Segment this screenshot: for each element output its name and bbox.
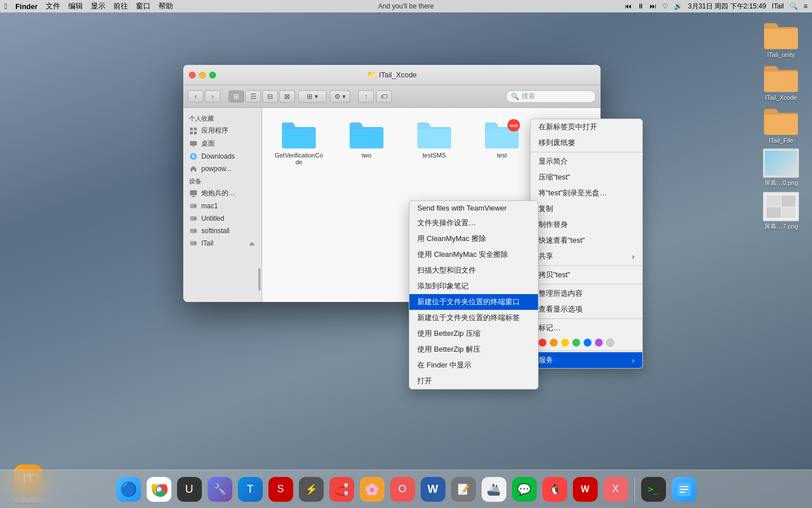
search-bar[interactable]: 🔍 搜索 <box>506 90 596 103</box>
dock-item-9[interactable]: 🌸 <box>358 477 386 502</box>
minimize-button[interactable] <box>199 72 206 78</box>
dock-item-12[interactable]: 📝 <box>449 477 478 502</box>
ctx-new-terminal-folder[interactable]: 新建位于文件夹位置的终端窗口 <box>409 294 538 310</box>
arrange-button[interactable]: ⊞ ▾ <box>298 90 326 103</box>
ctx-scan-large[interactable]: 扫描大型和旧文件 <box>409 262 538 278</box>
dock-item-office[interactable]: O <box>389 477 417 502</box>
dock-item-finder[interactable]: 🔵 <box>114 477 143 502</box>
folder-getverification[interactable]: GetVerificationCode <box>273 119 324 165</box>
dock-item-5[interactable]: T <box>236 477 264 502</box>
color-gray[interactable] <box>606 339 614 347</box>
forward-button[interactable]: › <box>205 90 220 103</box>
color-blue[interactable] <box>584 339 592 347</box>
dock-item-13[interactable]: 🚢 <box>480 477 508 502</box>
menubar-pause[interactable]: ⏸ <box>637 2 644 10</box>
ctx-folder-ops[interactable]: 文件夹操作设置… <box>409 215 538 231</box>
ctx-move-trash[interactable]: 移到废纸篓 <box>531 135 642 151</box>
dock-item-6[interactable]: S <box>267 477 295 502</box>
menubar-skip-fwd[interactable]: ⏭ <box>650 2 656 10</box>
menubar-heart[interactable]: ♡ <box>662 2 668 10</box>
ctx-show-in-finder[interactable]: 在 Finder 中显示 <box>409 357 538 373</box>
window-menu[interactable]: 窗口 <box>136 1 151 11</box>
sidebar-item-untitled[interactable]: Untitled <box>183 212 262 225</box>
go-menu[interactable]: 前往 <box>113 1 128 11</box>
sidebar-item-desktop[interactable]: 桌面 <box>183 137 262 150</box>
dock-item-wechat[interactable]: 💬 <box>510 477 539 502</box>
color-yellow[interactable] <box>561 339 569 347</box>
edit-menu[interactable]: 编辑 <box>68 1 83 11</box>
ctx-copy[interactable]: 复制 <box>531 201 642 217</box>
view-menu[interactable]: 显示 <box>91 1 105 11</box>
ctx-send-teamviewer[interactable]: Send files with TeamViewer <box>409 201 538 215</box>
desktop-icon-itail-unity[interactable]: ITail_unity <box>756 20 806 58</box>
ctx-new-tab-folder[interactable]: 新建位于文件夹位置的终端标签 <box>409 310 538 326</box>
color-red[interactable] <box>539 339 546 347</box>
color-green[interactable] <box>572 339 580 347</box>
ctx-organize[interactable]: 整理所选内容 <box>531 286 642 301</box>
ctx-quick-look[interactable]: 快速查看"test" <box>531 233 642 248</box>
sidebar-item-powpow[interactable]: powpow... <box>183 163 262 175</box>
sidebar-item-downloads[interactable]: Downloads <box>183 150 262 163</box>
dock-item-wps[interactable]: W <box>571 477 599 502</box>
folder-testsms[interactable]: testSMS <box>409 119 460 159</box>
ctx-cleanmymac-safe[interactable]: 使用 CleanMyMac 安全擦除 <box>409 247 538 262</box>
sidebar-item-applications[interactable]: 应用程序 <box>183 124 262 137</box>
sidebar-item-itail[interactable]: ITail ⏏ <box>183 237 262 249</box>
dock-item-chrome[interactable] <box>145 477 173 502</box>
apple-menu[interactable]:  <box>5 2 7 11</box>
ctx-make-alias[interactable]: 制作替身 <box>531 217 642 233</box>
dock-item-unity[interactable]: U <box>175 477 204 502</box>
dock-item-4[interactable]: 🔧 <box>206 477 234 502</box>
ctx-show-intro[interactable]: 显示简介 <box>531 154 642 169</box>
ctx-open[interactable]: 打开 <box>409 373 538 389</box>
file-menu[interactable]: 文件 <box>46 1 60 11</box>
ctx-betterzip-extract[interactable]: 使用 BetterZip 解压 <box>409 341 538 357</box>
sidebar-item-mac1[interactable]: mac1 <box>183 200 262 212</box>
ctx-share[interactable]: 共享 › <box>531 248 642 264</box>
desktop-icon-itail-xcode[interactable]: ITail_Xcode <box>756 63 806 101</box>
icon-view-button[interactable]: ⊞ <box>228 90 244 103</box>
help-menu[interactable]: 帮助 <box>158 1 173 11</box>
menubar-search[interactable]: 🔍 <box>789 2 798 10</box>
close-button[interactable] <box>189 72 196 78</box>
ctx-burn[interactable]: 将"test"刻录至光盘… <box>531 185 642 201</box>
menubar-list[interactable]: ≡ <box>804 2 807 10</box>
dock-item-15[interactable]: 🐧 <box>541 477 569 502</box>
cover-flow-button[interactable]: ⊠ <box>279 90 295 103</box>
color-orange[interactable] <box>550 339 558 347</box>
ctx-betterzip-compress[interactable]: 使用 BetterZip 压缩 <box>409 326 538 341</box>
menubar-volume[interactable]: 🔊 <box>674 2 682 10</box>
dock-item-magnet[interactable]: 🧲 <box>328 477 356 502</box>
menubar-itail[interactable]: ITail <box>772 2 784 10</box>
tag-button[interactable]: 🏷 <box>376 90 392 103</box>
finder-menu[interactable]: Finder <box>15 2 38 11</box>
folder-two[interactable]: two <box>341 119 392 159</box>
ctx-compress[interactable]: 压缩"test" <box>531 169 642 185</box>
dock-item-word[interactable]: W <box>419 477 447 502</box>
folder-test[interactable]: test test <box>476 119 527 159</box>
dock-item-7[interactable]: ⚡ <box>297 477 325 502</box>
ctx-add-evernote[interactable]: 添加到印象笔记 <box>409 278 538 294</box>
ctx-copy-test[interactable]: 拷贝"test" <box>531 267 642 283</box>
dock-item-xmind[interactable]: X <box>602 477 630 502</box>
ctx-tags[interactable]: 标记… <box>531 320 642 336</box>
sidebar-item-softinstall[interactable]: softinstall <box>183 225 262 237</box>
share-button[interactable]: ↑ <box>358 90 374 103</box>
dock-item-terminal[interactable]: >_ <box>639 477 668 502</box>
list-view-button[interactable]: ☰ <box>245 90 261 103</box>
eject-button[interactable]: ⏏ <box>247 239 256 248</box>
ctx-services[interactable]: 服务 › <box>531 352 642 368</box>
ctx-cleanmymac-clean[interactable]: 用 CleanMyMac 擦除 <box>409 231 538 247</box>
action-button[interactable]: ⚙ ▾ <box>330 90 350 103</box>
desktop-icon-itail-file[interactable]: ITail_File <box>756 106 806 144</box>
maximize-button[interactable] <box>209 72 216 78</box>
back-button[interactable]: ‹ <box>188 90 204 103</box>
ctx-show-display[interactable]: 查看显示选项 <box>531 301 642 317</box>
dock-item-finder2[interactable] <box>670 477 698 502</box>
desktop-icon-screen7[interactable]: 屏幕…7.png <box>756 192 806 231</box>
ctx-open-new-tab[interactable]: 在新标签页中打开 <box>531 119 642 135</box>
desktop-icon-screen0[interactable]: 屏幕…0.png <box>756 148 806 187</box>
column-view-button[interactable]: ⊟ <box>262 90 278 103</box>
menubar-skip-back[interactable]: ⏮ <box>625 2 632 10</box>
color-purple[interactable] <box>595 339 603 347</box>
